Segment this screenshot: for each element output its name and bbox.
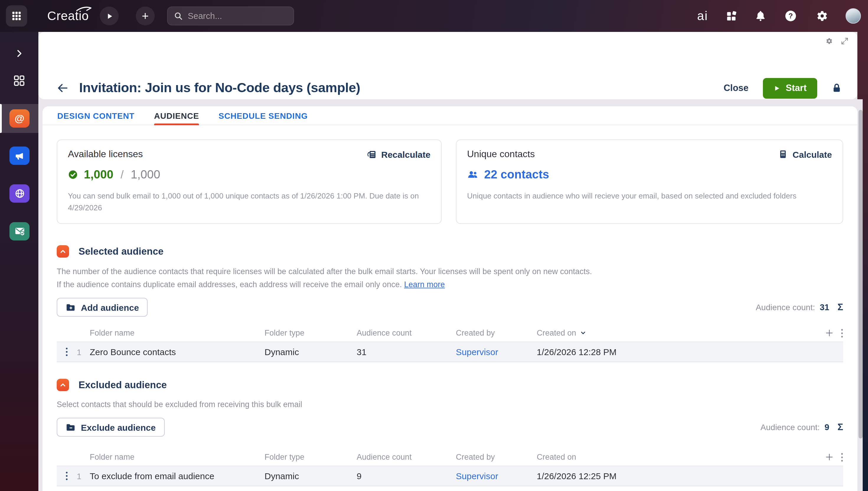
settings-gear-icon[interactable] xyxy=(815,9,828,23)
selected-audience-title: Selected audience xyxy=(79,246,163,257)
topbar-right-cluster: ai ? xyxy=(697,0,861,32)
exclude-audience-button[interactable]: Exclude audience xyxy=(57,418,164,437)
notifications-bell-icon[interactable] xyxy=(755,10,767,22)
licenses-available-value: 1,000 xyxy=(84,168,113,181)
table-menu-button[interactable] xyxy=(841,452,843,462)
contacts-card-title: Unique contacts xyxy=(467,149,535,160)
col-folder-name[interactable]: Folder name xyxy=(90,453,265,461)
add-row-button[interactable] xyxy=(825,453,834,461)
creatio-app-window: Creatio + ai xyxy=(0,0,868,491)
recalculate-label: Recalculate xyxy=(381,149,430,159)
excluded-audience-table: Folder name Folder type Audience count C… xyxy=(57,449,843,486)
tab-design-content[interactable]: DESIGN CONTENT xyxy=(57,106,135,125)
left-sidebar: @ xyxy=(0,32,38,491)
col-audience-count[interactable]: Audience count xyxy=(356,328,456,337)
cell-folder-type: Dynamic xyxy=(265,471,356,481)
sidebar-item-workplaces[interactable] xyxy=(0,73,38,87)
calculate-button[interactable]: Calculate xyxy=(779,149,832,159)
selected-audience-table: Folder name Folder type Audience count C… xyxy=(57,324,843,362)
megaphone-icon xyxy=(14,150,25,161)
chevron-up-icon xyxy=(59,248,67,255)
excluded-count-label: Audience count: xyxy=(761,423,820,432)
add-audience-button[interactable]: Add audience xyxy=(57,298,148,317)
globe-icon xyxy=(14,188,25,199)
selected-audience-description: The number of the audience contacts that… xyxy=(57,265,843,291)
col-folder-name[interactable]: Folder name xyxy=(90,328,265,337)
check-circle-icon xyxy=(68,170,78,180)
run-process-button[interactable] xyxy=(100,6,119,25)
user-avatar[interactable] xyxy=(845,8,861,24)
sidebar-item-website[interactable] xyxy=(9,184,30,203)
arrow-left-icon xyxy=(56,82,69,94)
sum-icon[interactable]: Σ xyxy=(838,422,843,433)
col-folder-type[interactable]: Folder type xyxy=(265,328,356,337)
tab-schedule-sending[interactable]: SCHEDULE SENDING xyxy=(218,106,308,125)
col-created-on[interactable]: Created on xyxy=(537,453,805,461)
excluded-audience-collapse-button[interactable] xyxy=(57,379,69,391)
col-folder-type[interactable]: Folder type xyxy=(265,453,356,461)
sidebar-item-marketing[interactable] xyxy=(9,147,30,165)
at-icon: @ xyxy=(14,113,24,124)
selected-count-value: 31 xyxy=(820,302,829,312)
start-button[interactable]: Start xyxy=(763,78,817,98)
selected-audience-description-line2: If the audience contains duplicate email… xyxy=(57,278,843,291)
play-icon xyxy=(773,85,780,91)
dashboard-grid-icon xyxy=(13,74,25,87)
licenses-separator: / xyxy=(120,168,124,181)
close-button[interactable]: Close xyxy=(724,83,748,93)
licenses-description: You can send bulk email to 1,000 out of … xyxy=(68,190,430,214)
table-row[interactable]: 1 To exclude from email audience Dynamic… xyxy=(57,466,843,486)
col-created-by[interactable]: Created by xyxy=(456,453,537,461)
add-row-button[interactable] xyxy=(825,328,834,337)
page-settings-gear-icon[interactable] xyxy=(825,37,833,45)
quick-add-button[interactable]: + xyxy=(136,6,155,25)
cell-audience-count: 31 xyxy=(356,347,456,357)
excluded-count-value: 9 xyxy=(825,423,829,432)
licenses-total-value: 1,000 xyxy=(131,168,160,181)
global-search[interactable] xyxy=(167,6,294,25)
table-header-row: Folder name Folder type Audience count C… xyxy=(57,449,843,466)
creatio-ai-button[interactable]: ai xyxy=(697,9,708,23)
svg-text:?: ? xyxy=(788,12,793,20)
folder-minus-icon xyxy=(66,422,75,432)
learn-more-link[interactable]: Learn more xyxy=(404,280,445,289)
record-header-card: Invitation: Join us for No-Code days (sa… xyxy=(38,32,857,99)
contacts-description: Unique contacts in audience who will rec… xyxy=(467,190,830,202)
sidebar-expand-button[interactable] xyxy=(0,46,38,60)
sidebar-item-email-marketing[interactable]: @ xyxy=(9,109,30,127)
sort-desc-icon xyxy=(580,330,586,336)
cell-audience-count: 9 xyxy=(356,471,456,481)
drag-handle[interactable] xyxy=(57,471,77,480)
folder-plus-icon xyxy=(66,302,75,312)
help-icon[interactable]: ? xyxy=(784,9,797,23)
contacts-people-icon xyxy=(467,169,478,180)
grid-dots-icon xyxy=(11,10,23,22)
col-created-by[interactable]: Created by xyxy=(456,328,537,337)
cell-created-by[interactable]: Supervisor xyxy=(456,347,537,357)
exclude-audience-label: Exclude audience xyxy=(81,422,156,432)
recalculate-button[interactable]: Recalculate xyxy=(366,149,430,159)
drag-dots-icon xyxy=(66,471,68,480)
table-row[interactable]: 1 Zero Bounce contacts Dynamic 31 Superv… xyxy=(57,342,843,362)
calculate-label: Calculate xyxy=(793,149,832,159)
vertical-scrollbar[interactable] xyxy=(859,110,863,438)
back-button[interactable] xyxy=(56,82,69,94)
lock-icon[interactable] xyxy=(831,83,842,93)
excluded-audience-description: Select contacts that should be excluded … xyxy=(57,398,843,411)
cell-created-by[interactable]: Supervisor xyxy=(456,471,537,481)
table-menu-button[interactable] xyxy=(841,328,843,338)
col-audience-count[interactable]: Audience count xyxy=(356,453,456,461)
tab-audience[interactable]: AUDIENCE xyxy=(154,106,199,125)
expand-fullscreen-icon[interactable] xyxy=(841,37,848,45)
sum-icon[interactable]: Σ xyxy=(838,302,843,313)
app-launcher-button[interactable] xyxy=(6,5,27,27)
drag-handle[interactable] xyxy=(57,347,77,356)
drag-dots-icon xyxy=(66,347,68,356)
calculator-icon xyxy=(779,149,788,159)
sidebar-item-email-deliverability[interactable] xyxy=(9,222,30,240)
selected-audience-collapse-button[interactable] xyxy=(57,245,69,258)
creatio-logo[interactable]: Creatio xyxy=(47,0,89,32)
col-created-on[interactable]: Created on xyxy=(537,328,805,337)
workspaces-icon[interactable] xyxy=(726,10,737,22)
search-input[interactable] xyxy=(188,11,282,21)
